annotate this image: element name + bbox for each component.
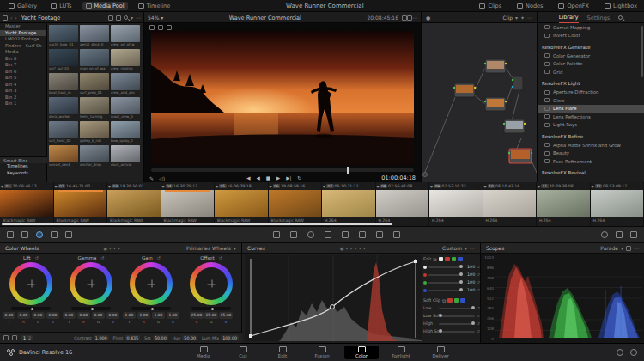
pick-color-icon[interactable] (167, 25, 172, 30)
y-intensity-slider[interactable] (428, 266, 463, 268)
gamma-color-ring[interactable] (70, 262, 112, 305)
smart-bin-item[interactable]: Keywords (0, 170, 47, 177)
bin-item[interactable]: Bin 8 (0, 56, 46, 63)
highlight-icon[interactable] (158, 25, 163, 30)
timeline-clip[interactable]: ▾ 06 19:08:59:16 Blackmagic RAW (269, 182, 323, 226)
media-clip-thumbnail[interactable] (49, 121, 78, 138)
timeline-clip[interactable]: ▾ 09 07:53:10:23 H.264 (429, 182, 483, 226)
scopes-panel-icon[interactable] (616, 231, 623, 238)
media-clip-thumbnail[interactable] (80, 97, 109, 114)
media-clip[interactable]: man_on_of_wa (80, 49, 110, 71)
workspace-toggle-button[interactable]: LUTs (47, 2, 75, 10)
play-button[interactable]: ▶ (276, 175, 280, 180)
panel-toggle-button[interactable]: OpenFX (555, 2, 592, 10)
media-clip-thumbnail[interactable] (111, 49, 140, 66)
timeline-clip-thumbnail[interactable] (161, 190, 215, 217)
media-clip-thumbnail[interactable] (111, 73, 140, 90)
b-intensity-slider[interactable] (428, 290, 463, 291)
more-options-icon[interactable]: ⋯ (136, 15, 141, 21)
lift-color-ring[interactable] (9, 262, 52, 305)
b-reset-icon[interactable]: ↺ (477, 288, 480, 292)
tracker-icon[interactable] (325, 231, 331, 238)
key-palette-icon[interactable] (376, 231, 383, 238)
bin-item[interactable]: Bin 2 (0, 95, 46, 101)
video-frame[interactable] (151, 31, 414, 165)
fx-library-item[interactable]: Lens Flare (538, 105, 644, 113)
fx-library-item[interactable]: Light Rays (538, 121, 644, 130)
go-to-start-button[interactable]: |◀ (245, 175, 250, 180)
viewer-playhead[interactable] (347, 167, 349, 174)
r-reset-icon[interactable]: ↺ (477, 272, 480, 277)
timeline-clip[interactable]: ▾ 11 20:29:38:08 H.264 (537, 182, 591, 226)
keyframe-panel-icon[interactable] (601, 231, 608, 238)
media-clip-thumbnail[interactable] (49, 145, 78, 162)
timeline-clip[interactable]: ▾ 01 20:06:46:12 Blackmagic RAW (0, 182, 54, 226)
clip-filter-icon[interactable] (7, 231, 14, 238)
bin-item[interactable]: Bin 7 (0, 62, 46, 69)
fx-library-item[interactable]: Grid (538, 68, 644, 76)
picker-icon[interactable] (12, 335, 17, 340)
forward-arrow-icon[interactable]: › (15, 15, 16, 21)
media-clip[interactable]: mast_view_0 (111, 97, 141, 119)
mixer-node[interactable] (512, 76, 523, 90)
corrector-node-02[interactable] (484, 59, 507, 73)
high-soft-reset-icon[interactable]: ↺ (477, 329, 480, 333)
user-account-icon[interactable] (617, 349, 623, 356)
curve-point-low[interactable] (249, 334, 252, 338)
adjustment-control[interactable]: Hue 50.00 (173, 335, 197, 340)
media-clip[interactable]: galley_b_roll (80, 121, 110, 144)
media-clip-thumbnail[interactable] (80, 73, 109, 90)
lift-g-value[interactable]: 0.00 (32, 312, 46, 319)
adjustment-control[interactable]: Pivot 0.435 (113, 335, 141, 340)
timeline-clip[interactable]: ▾ 03 19:39:50:01 Blackmagic RAW (107, 182, 161, 226)
corrector-node-01[interactable] (453, 83, 476, 97)
media-clip-thumbnail[interactable] (80, 121, 109, 138)
sort-chevron-icon[interactable]: ▾ (131, 15, 133, 21)
offset-r-value[interactable]: 25.00 (190, 312, 204, 319)
bin-item[interactable]: LM002 Footage (0, 36, 46, 43)
timeline-clip[interactable]: ▾ 07 06:10:21:11 H.264 (322, 182, 376, 226)
node-graph[interactable] (421, 23, 537, 182)
tab-library[interactable]: Library (559, 12, 579, 24)
custom-curve-editor[interactable] (245, 255, 422, 341)
media-clip-thumbnail[interactable] (80, 25, 109, 42)
page-button[interactable]: Media (186, 346, 221, 359)
gain-master-slider[interactable] (131, 307, 171, 310)
lift-master-slider[interactable] (11, 307, 51, 310)
green-channel-button[interactable] (452, 257, 457, 262)
media-clip[interactable]: sunset_deck (49, 145, 79, 168)
lift-y-value[interactable]: 0.00 (3, 312, 16, 319)
timeline-clip-thumbnail[interactable] (591, 190, 644, 217)
wheels-mode-dropdown[interactable]: Primaries Wheels▾ (186, 245, 236, 251)
page-button[interactable]: Deliver (423, 346, 458, 359)
gang-link-icon[interactable]: ⧉ (433, 256, 436, 263)
media-clip[interactable]: boat_haul_m (49, 73, 79, 95)
corrector-node-04[interactable] (503, 119, 526, 133)
page-button[interactable]: Fairlight (384, 346, 418, 359)
curves-page-dots[interactable]: ●∙∙∙∙∙ (269, 246, 439, 251)
gamma-g-value[interactable]: 0.00 (92, 312, 106, 319)
timeline-view-icon[interactable] (21, 231, 28, 238)
adjustment-control[interactable]: Lum Mix 100.00 (202, 335, 239, 340)
media-clip-thumbnail[interactable] (80, 145, 109, 162)
softclip-green-button[interactable] (454, 298, 459, 303)
gamma-reset-icon[interactable]: ↺ (100, 255, 104, 260)
media-clip-thumbnail[interactable] (111, 145, 140, 162)
window-shape-icon[interactable] (307, 231, 314, 238)
g-intensity-slider[interactable] (428, 282, 463, 284)
fx-library-item[interactable]: Gamut Mapping (538, 23, 644, 32)
magic-mask-icon[interactable] (342, 231, 349, 238)
bin-item[interactable]: Bin 4 (0, 82, 46, 89)
scope-more-icon[interactable]: ⋯ (634, 245, 639, 251)
media-clip[interactable]: helm_turning (80, 97, 110, 119)
node-more-icon[interactable]: ⋯ (527, 15, 532, 21)
r-intensity-slider[interactable] (428, 274, 463, 276)
panel-toggle-button[interactable]: Clips (476, 2, 505, 10)
timeline-clip-thumbnail[interactable] (269, 190, 322, 217)
timeline-clip-thumbnail[interactable] (429, 190, 483, 217)
wheels-pagination[interactable]: 1 2 (21, 335, 33, 340)
gain-b-value[interactable]: 1.00 (167, 312, 180, 319)
media-clip-thumbnail[interactable] (49, 25, 78, 42)
page-button[interactable]: Color (344, 346, 379, 359)
gamma-b-value[interactable]: 0.00 (106, 312, 120, 319)
